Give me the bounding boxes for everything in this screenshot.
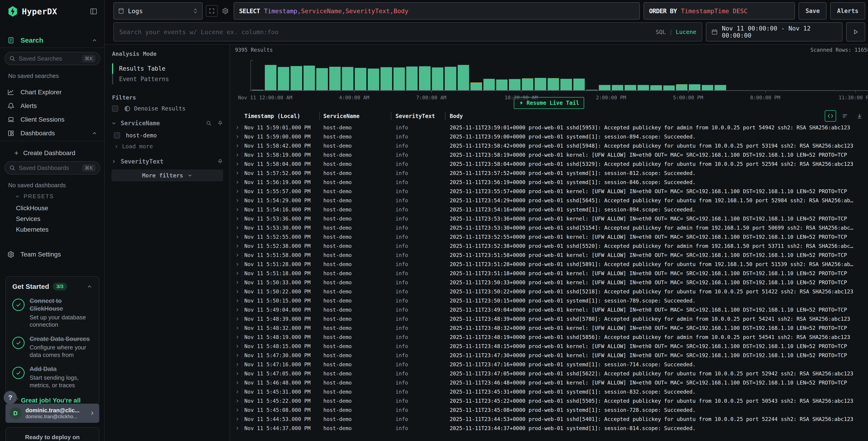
row-expand-icon[interactable] [235, 171, 240, 175]
histogram-bar[interactable] [355, 61, 366, 90]
table-row[interactable]: Nov 11 5:58:04.000 PM host-demo info 202… [230, 159, 868, 169]
filter-group-servicename[interactable]: ServiceName [111, 120, 223, 127]
histogram-bar[interactable] [509, 61, 520, 90]
table-row[interactable]: Nov 11 5:48:15.000 PM host-demo info 202… [230, 342, 868, 351]
row-expand-icon[interactable] [235, 144, 240, 148]
row-expand-icon[interactable] [235, 399, 240, 403]
save-button[interactable]: Save [799, 2, 827, 20]
checkbox[interactable] [112, 106, 118, 112]
column-resize-handle[interactable] [445, 113, 445, 119]
histogram-bar[interactable] [574, 61, 585, 90]
histogram-bar[interactable] [419, 61, 430, 90]
row-expand-icon[interactable] [235, 317, 240, 321]
sidebar-item-team-settings[interactable]: Team Settings [0, 248, 104, 261]
histogram-bar[interactable] [856, 61, 867, 90]
more-filters-button[interactable]: More filters [112, 170, 223, 181]
histogram-bar[interactable] [394, 61, 405, 90]
row-expand-icon[interactable] [235, 262, 240, 266]
histogram-bar[interactable] [342, 61, 353, 90]
row-expand-icon[interactable] [235, 207, 240, 212]
saved-dashboards-input[interactable]: Saved Dashboards ⌘K [5, 161, 100, 175]
row-expand-icon[interactable] [235, 189, 240, 194]
histogram-bar[interactable] [406, 61, 417, 90]
row-expand-icon[interactable] [235, 289, 240, 294]
load-more-button[interactable]: Load more [114, 143, 153, 150]
sidebar-item-alerts[interactable]: Alerts [0, 100, 104, 112]
col-severitytext[interactable]: SeverityText [396, 113, 435, 119]
histogram-bar[interactable] [727, 61, 739, 90]
table-row[interactable]: Nov 11 5:59:01.000 PM host-demo info 202… [230, 123, 868, 132]
histogram-bar[interactable] [380, 61, 392, 90]
histogram-bar[interactable] [560, 61, 572, 90]
table-row[interactable]: Nov 11 5:47:05.000 PM host-demo info 202… [230, 369, 868, 378]
query-settings-gear-icon[interactable] [219, 5, 231, 17]
table-row[interactable]: Nov 11 5:53:30.000 PM host-demo info 202… [230, 223, 868, 232]
row-expand-icon[interactable] [235, 380, 240, 385]
table-row[interactable]: Nov 11 5:56:19.000 PM host-demo info 202… [230, 178, 868, 187]
select-clause-input[interactable]: SELECT Timestamp,ServiceName,SeverityTex… [234, 2, 640, 20]
sidebar-item-chart-explorer[interactable]: Chart Explorer [0, 86, 104, 98]
table-row[interactable]: Nov 11 5:58:19.000 PM host-demo info 202… [230, 150, 868, 159]
table-row[interactable]: Nov 11 5:52:55.000 PM host-demo info 202… [230, 232, 868, 241]
histogram-bar[interactable] [522, 61, 533, 90]
table-row[interactable]: Nov 11 5:48:39.000 PM host-demo info 202… [230, 314, 868, 323]
event-search-input[interactable]: Search your events w/ Lucene ex. column:… [114, 22, 702, 41]
histogram-bar[interactable] [278, 61, 289, 90]
histogram-bar[interactable] [663, 61, 675, 90]
run-query-button[interactable] [846, 22, 865, 41]
row-expand-icon[interactable] [235, 389, 240, 394]
denoise-results-checkbox[interactable]: Denoise Results [112, 105, 186, 112]
row-expand-icon[interactable] [235, 216, 240, 221]
histogram-bar[interactable] [843, 61, 854, 90]
table-row[interactable]: Nov 11 5:45:31.000 PM host-demo info 202… [230, 387, 868, 396]
filter-value-host-demo[interactable]: host-demo [114, 132, 157, 139]
histogram-bar[interactable] [740, 61, 752, 90]
sidebar-item-dashboards[interactable]: Dashboards [0, 127, 104, 139]
row-expand-icon[interactable] [235, 326, 240, 330]
histogram-bar[interactable] [535, 61, 546, 90]
row-expand-icon[interactable] [235, 226, 240, 230]
row-expand-icon[interactable] [235, 153, 240, 157]
order-by-input[interactable]: ORDER BY TimestampTime DESC [644, 2, 795, 20]
histogram-bar[interactable] [766, 61, 777, 90]
chevron-up-icon[interactable] [87, 284, 92, 290]
pin-icon[interactable] [217, 158, 223, 165]
preset-clickhouse[interactable]: ClickHouse [16, 205, 48, 212]
mode-results-table[interactable]: Results Table [112, 63, 223, 74]
histogram-bar[interactable] [804, 61, 816, 90]
sidebar-item-search[interactable]: Search [0, 34, 104, 47]
alerts-button[interactable]: Alerts [830, 2, 865, 20]
help-button[interactable]: ? [4, 391, 17, 404]
histogram-bar[interactable] [496, 61, 507, 90]
table-row[interactable]: Nov 11 5:48:32.000 PM host-demo info 202… [230, 323, 868, 332]
checkbox[interactable] [114, 133, 120, 139]
table-row[interactable]: Nov 11 5:46:48.000 PM host-demo info 202… [230, 378, 868, 387]
preset-services[interactable]: Services [16, 215, 40, 223]
histogram-bar[interactable] [290, 61, 302, 90]
pin-icon[interactable] [217, 120, 223, 126]
source-selector[interactable]: Logs [114, 2, 203, 20]
row-expand-icon[interactable] [235, 344, 240, 349]
events-histogram[interactable]: 600 0 Nov 11 12:00:00 AM4:00:00 AM7:00:0… [230, 59, 868, 101]
table-row[interactable]: Nov 11 5:52:38.000 PM host-demo info 202… [230, 241, 868, 251]
row-expand-icon[interactable] [235, 125, 240, 130]
table-row[interactable]: Nov 11 5:47:16.000 PM host-demo info 202… [230, 360, 868, 369]
row-expand-icon[interactable] [235, 253, 240, 257]
row-expand-icon[interactable] [235, 198, 240, 203]
histogram-bar[interactable] [445, 61, 456, 90]
table-row[interactable]: Nov 11 5:49:04.000 PM host-demo info 202… [230, 305, 868, 314]
row-expand-icon[interactable] [235, 298, 240, 303]
create-dashboard-button[interactable]: Create Dashboard [0, 147, 104, 159]
histogram-bar[interactable] [650, 61, 662, 90]
histogram-bar[interactable] [265, 61, 276, 90]
sidebar-collapse-icon[interactable] [90, 7, 97, 15]
col-body[interactable]: Body [450, 113, 463, 119]
column-resize-handle[interactable] [391, 113, 392, 119]
row-expand-icon[interactable] [235, 307, 240, 312]
table-row[interactable]: Nov 11 5:47:30.000 PM host-demo info 202… [230, 351, 868, 360]
row-expand-icon[interactable] [235, 235, 240, 239]
row-expand-icon[interactable] [235, 408, 240, 412]
table-row[interactable]: Nov 11 5:50:33.000 PM host-demo info 202… [230, 278, 868, 287]
histogram-bar[interactable] [329, 61, 341, 90]
histogram-bar[interactable] [458, 61, 469, 90]
